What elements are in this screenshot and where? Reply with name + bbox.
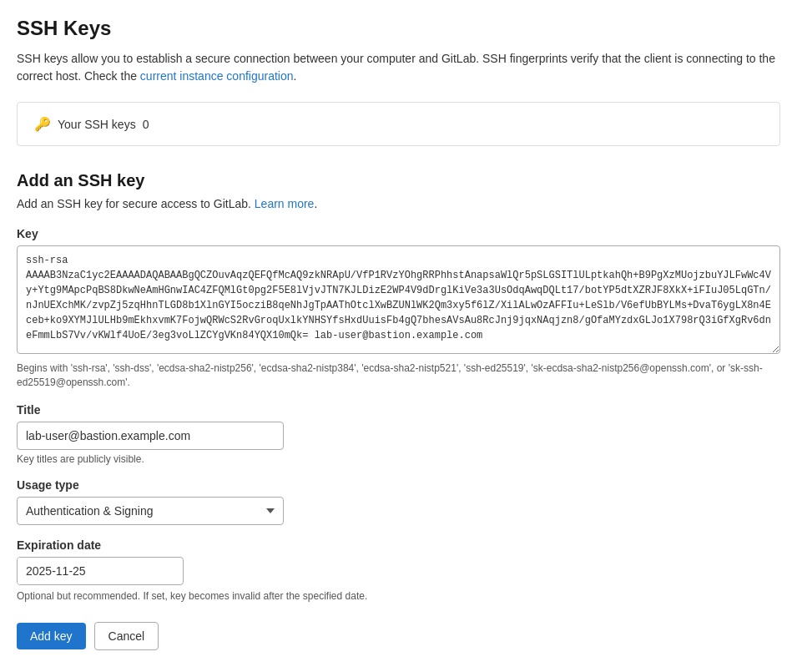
title-input[interactable]	[17, 422, 284, 450]
add-ssh-section: Add an SSH key Add an SSH key for secure…	[17, 171, 780, 650]
add-ssh-description: Add an SSH key for secure access to GitL…	[17, 197, 780, 210]
key-icon: 🔑	[34, 116, 51, 132]
usage-type-label: Usage type	[17, 478, 780, 492]
expiration-date-input[interactable]	[18, 558, 180, 584]
date-input-wrapper: ✕ 📅	[17, 557, 184, 585]
expiration-label: Expiration date	[17, 538, 780, 552]
key-field-group: Key Begins with 'ssh-rsa', 'ssh-dss', 'e…	[17, 227, 780, 390]
usage-type-field-group: Usage type Authentication & Signing Auth…	[17, 478, 780, 525]
title-hint: Key titles are publicly visible.	[17, 453, 780, 465]
title-field-group: Title Key titles are publicly visible.	[17, 403, 780, 465]
ssh-keys-header: 🔑 Your SSH keys 0	[34, 116, 763, 132]
your-ssh-keys-label: Your SSH keys	[58, 118, 136, 131]
usage-type-select[interactable]: Authentication & Signing Authentication …	[17, 497, 284, 525]
expiration-hint: Optional but recommended. If set, key be…	[17, 590, 780, 602]
date-clear-button[interactable]: ✕	[180, 558, 184, 584]
add-key-button[interactable]: Add key	[17, 623, 86, 649]
title-label: Title	[17, 403, 780, 417]
instance-config-link[interactable]: current instance configuration	[140, 69, 294, 83]
key-count: 0	[143, 118, 149, 131]
page-title: SSH Keys	[17, 17, 780, 40]
add-ssh-title: Add an SSH key	[17, 171, 780, 190]
page-description: SSH keys allow you to establish a secure…	[17, 50, 780, 85]
add-desc-part1: Add an SSH key for secure access to GitL…	[17, 197, 251, 210]
your-ssh-keys-section: 🔑 Your SSH keys 0	[17, 102, 780, 146]
expiration-field-group: Expiration date ✕ 📅 Optional but recomme…	[17, 538, 780, 602]
key-label: Key	[17, 227, 780, 240]
cancel-button[interactable]: Cancel	[94, 622, 159, 650]
form-actions: Add key Cancel	[17, 622, 780, 650]
description-text-part1: SSH keys allow you to establish a secure…	[17, 52, 775, 83]
key-begins-hint: Begins with 'ssh-rsa', 'ssh-dss', 'ecdsa…	[17, 361, 780, 390]
key-textarea[interactable]	[17, 245, 780, 354]
learn-more-link[interactable]: Learn more	[255, 197, 315, 210]
